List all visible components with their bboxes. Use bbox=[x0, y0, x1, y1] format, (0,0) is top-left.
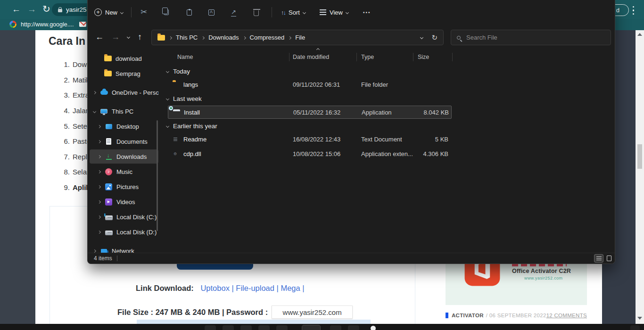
bookmark-google[interactable]: http://www.google.... bbox=[9, 21, 74, 28]
search-box[interactable] bbox=[451, 30, 611, 45]
file-row-install-selected[interactable]: Install 05/11/2022 16:32 Application 8.0… bbox=[168, 106, 452, 119]
group-collapse-icon[interactable] bbox=[166, 69, 169, 73]
sort-button[interactable]: ↑↓ Sort bbox=[281, 4, 305, 20]
expand-chevron-icon[interactable] bbox=[92, 249, 96, 252]
file-row-cdp-dll[interactable]: cdp.dll 10/08/2022 15:06 Application ext… bbox=[161, 148, 467, 161]
recent-locations-icon[interactable] bbox=[127, 35, 130, 39]
sidebar-item-desktop[interactable]: Desktop bbox=[90, 119, 158, 133]
expand-chevron-icon[interactable] bbox=[97, 215, 100, 218]
post-category[interactable]: ACTIVATOR bbox=[452, 313, 484, 318]
column-header-type[interactable]: Type bbox=[361, 51, 374, 63]
gmail-bookmark-icon[interactable] bbox=[79, 22, 86, 27]
delete-icon[interactable] bbox=[254, 10, 259, 16]
column-divider[interactable] bbox=[413, 53, 413, 61]
column-divider[interactable] bbox=[452, 53, 453, 61]
view-button[interactable]: View bbox=[320, 4, 348, 20]
explorer-forward-icon[interactable] bbox=[111, 33, 120, 41]
file-row-readme[interactable]: Readme 16/08/2022 12:43 Text Document 5 … bbox=[161, 133, 467, 146]
browser-refresh-icon[interactable] bbox=[42, 4, 50, 14]
file-size: 5 KB bbox=[404, 136, 448, 143]
breadcrumb-file[interactable]: File bbox=[295, 34, 305, 41]
sidebar-item-this-pc[interactable]: This PC bbox=[90, 104, 158, 118]
group-header-today[interactable]: Today bbox=[161, 65, 467, 78]
explorer-back-icon[interactable] bbox=[95, 33, 104, 41]
expand-chevron-icon[interactable] bbox=[97, 230, 100, 233]
taskbar-active-app[interactable] bbox=[302, 325, 321, 330]
desktop-icon bbox=[106, 124, 112, 129]
up-one-level-icon[interactable] bbox=[138, 33, 142, 41]
taskbar-tray-icon[interactable] bbox=[630, 325, 640, 330]
explorer-refresh-icon[interactable] bbox=[431, 34, 438, 41]
expand-chevron-icon[interactable] bbox=[97, 124, 100, 128]
expand-chevron-icon[interactable] bbox=[92, 91, 96, 94]
expand-chevron-icon[interactable] bbox=[97, 155, 100, 158]
scrollbar-up-arrow[interactable] bbox=[637, 33, 642, 36]
expand-chevron-icon[interactable] bbox=[97, 170, 100, 173]
sidebar-item-semprag[interactable]: Semprag bbox=[90, 66, 158, 81]
sidebar-item-local-disk-c[interactable]: Local Disk (C:) bbox=[90, 210, 158, 224]
search-icon bbox=[457, 36, 461, 40]
file-row-langs[interactable]: langs 09/11/2022 06:31 File folder bbox=[161, 78, 467, 91]
post-comments-link[interactable]: 12 COMMENTS bbox=[546, 313, 587, 318]
group-collapse-icon[interactable] bbox=[166, 124, 169, 127]
taskbar-app-icon[interactable] bbox=[330, 325, 341, 330]
rename-icon[interactable] bbox=[208, 9, 215, 16]
browser-back-icon[interactable] bbox=[12, 5, 21, 14]
taskbar-app-icon[interactable] bbox=[223, 325, 234, 330]
taskbar-app-icon[interactable] bbox=[205, 325, 216, 330]
filesize-label: File Size : 247 MB & 240 MB | Password : bbox=[117, 308, 268, 317]
sidebar-item-documents[interactable]: Documents bbox=[90, 134, 158, 148]
group-header-last-week[interactable]: Last week bbox=[161, 92, 467, 105]
search-input[interactable] bbox=[465, 33, 605, 41]
sidebar-post-card[interactable]: Office Activator C2R www.yasir252.com bbox=[446, 263, 587, 305]
column-divider[interactable] bbox=[356, 53, 357, 61]
sidebar-item-onedrive[interactable]: OneDrive - Perso bbox=[90, 85, 158, 99]
group-header-earlier-this-year[interactable]: Earlier this year bbox=[161, 119, 467, 132]
browser-menu-kebab-icon[interactable] bbox=[633, 6, 635, 15]
expand-chevron-icon[interactable] bbox=[97, 200, 100, 203]
sidebar-label: Downloads bbox=[116, 153, 147, 160]
breadcrumb-bar[interactable]: This PC Downloads Compressed File bbox=[151, 30, 444, 45]
cut-icon[interactable] bbox=[140, 8, 147, 16]
group-collapse-icon[interactable] bbox=[166, 97, 169, 100]
expand-chevron-icon[interactable] bbox=[97, 185, 100, 188]
taskbar-app-icon[interactable] bbox=[371, 326, 376, 330]
paste-icon[interactable] bbox=[187, 9, 192, 16]
scrollbar-down-arrow[interactable] bbox=[637, 317, 642, 320]
sidebar-item-pictures[interactable]: Pictures bbox=[90, 180, 158, 194]
taskbar-app-icon[interactable] bbox=[348, 325, 359, 330]
sidebar-item-videos[interactable]: Videos bbox=[90, 195, 158, 209]
chevron-down-icon bbox=[346, 10, 349, 14]
page-scrollbar-thumb[interactable] bbox=[637, 144, 642, 169]
address-dropdown-icon[interactable] bbox=[420, 36, 423, 39]
breadcrumb-downloads[interactable]: Downloads bbox=[208, 34, 239, 41]
sidebar-item-download-folder[interactable]: download bbox=[90, 51, 158, 66]
breadcrumb-compressed[interactable]: Compressed bbox=[250, 34, 285, 41]
sidebar-label: download bbox=[116, 55, 142, 62]
browser-forward-icon[interactable] bbox=[27, 5, 36, 14]
details-view-toggle[interactable] bbox=[594, 254, 603, 263]
taskbar-app-icon[interactable] bbox=[258, 325, 270, 330]
column-divider[interactable] bbox=[289, 53, 289, 61]
taskbar-app-icon[interactable] bbox=[276, 325, 288, 330]
sidebar-item-local-disk-d[interactable]: Local Disk (D:) bbox=[90, 225, 158, 239]
column-header-name[interactable]: Name bbox=[177, 51, 193, 63]
sidebar-item-downloads[interactable]: Downloads bbox=[90, 149, 158, 164]
column-header-size[interactable]: Size bbox=[418, 51, 429, 63]
card-site-url: www.yasir252.com bbox=[524, 276, 562, 280]
new-button[interactable]: New bbox=[94, 4, 123, 20]
collapse-chevron-icon[interactable] bbox=[92, 109, 96, 113]
copy-icon[interactable] bbox=[164, 9, 169, 15]
download-links[interactable]: Uptobox | File-upload | Mega | bbox=[200, 284, 304, 292]
taskbar-app-icon[interactable] bbox=[240, 325, 252, 330]
page-scrollbar-track[interactable] bbox=[636, 30, 644, 324]
sidebar-scrollbar-thumb[interactable] bbox=[157, 120, 158, 231]
breadcrumb-this-pc[interactable]: This PC bbox=[176, 34, 198, 41]
column-header-date-modified[interactable]: Date modified bbox=[293, 51, 329, 63]
share-icon[interactable] bbox=[231, 8, 236, 16]
expand-chevron-icon[interactable] bbox=[97, 140, 100, 143]
sidebar-item-music[interactable]: Music bbox=[90, 165, 158, 179]
password-box[interactable]: www.yasir252.com bbox=[272, 305, 353, 319]
large-icons-view-toggle[interactable] bbox=[604, 254, 614, 263]
more-options-icon[interactable]: ••• bbox=[363, 4, 371, 20]
